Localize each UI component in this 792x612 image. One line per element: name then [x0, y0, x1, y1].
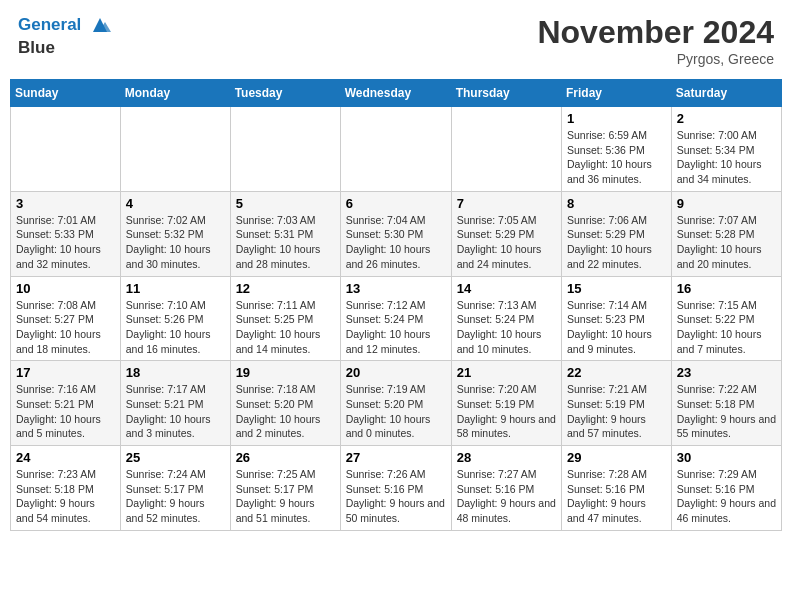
calendar-cell: 20Sunrise: 7:19 AM Sunset: 5:20 PM Dayli… [340, 361, 451, 446]
title-block: November 2024 Pyrgos, Greece [537, 14, 774, 67]
logo-icon [89, 14, 111, 36]
day-number: 2 [677, 111, 776, 126]
day-info: Sunrise: 7:00 AM Sunset: 5:34 PM Dayligh… [677, 128, 776, 187]
calendar-cell: 12Sunrise: 7:11 AM Sunset: 5:25 PM Dayli… [230, 276, 340, 361]
day-info: Sunrise: 7:06 AM Sunset: 5:29 PM Dayligh… [567, 213, 666, 272]
weekday-saturday: Saturday [671, 80, 781, 107]
day-number: 24 [16, 450, 115, 465]
weekday-friday: Friday [562, 80, 672, 107]
calendar-cell: 2Sunrise: 7:00 AM Sunset: 5:34 PM Daylig… [671, 107, 781, 192]
day-info: Sunrise: 7:21 AM Sunset: 5:19 PM Dayligh… [567, 382, 666, 441]
day-number: 6 [346, 196, 446, 211]
day-number: 9 [677, 196, 776, 211]
week-row-1: 1Sunrise: 6:59 AM Sunset: 5:36 PM Daylig… [11, 107, 782, 192]
day-info: Sunrise: 7:22 AM Sunset: 5:18 PM Dayligh… [677, 382, 776, 441]
day-info: Sunrise: 7:24 AM Sunset: 5:17 PM Dayligh… [126, 467, 225, 526]
day-info: Sunrise: 7:29 AM Sunset: 5:16 PM Dayligh… [677, 467, 776, 526]
weekday-sunday: Sunday [11, 80, 121, 107]
day-number: 28 [457, 450, 556, 465]
day-number: 25 [126, 450, 225, 465]
day-info: Sunrise: 7:19 AM Sunset: 5:20 PM Dayligh… [346, 382, 446, 441]
day-number: 1 [567, 111, 666, 126]
day-number: 16 [677, 281, 776, 296]
calendar-cell: 29Sunrise: 7:28 AM Sunset: 5:16 PM Dayli… [562, 446, 672, 531]
day-number: 11 [126, 281, 225, 296]
week-row-4: 17Sunrise: 7:16 AM Sunset: 5:21 PM Dayli… [11, 361, 782, 446]
week-row-3: 10Sunrise: 7:08 AM Sunset: 5:27 PM Dayli… [11, 276, 782, 361]
weekday-wednesday: Wednesday [340, 80, 451, 107]
calendar-cell: 27Sunrise: 7:26 AM Sunset: 5:16 PM Dayli… [340, 446, 451, 531]
day-number: 13 [346, 281, 446, 296]
calendar-cell: 7Sunrise: 7:05 AM Sunset: 5:29 PM Daylig… [451, 191, 561, 276]
day-info: Sunrise: 7:15 AM Sunset: 5:22 PM Dayligh… [677, 298, 776, 357]
day-info: Sunrise: 7:08 AM Sunset: 5:27 PM Dayligh… [16, 298, 115, 357]
page-header: General Blue November 2024 Pyrgos, Greec… [10, 10, 782, 71]
calendar-cell: 25Sunrise: 7:24 AM Sunset: 5:17 PM Dayli… [120, 446, 230, 531]
day-number: 19 [236, 365, 335, 380]
week-row-2: 3Sunrise: 7:01 AM Sunset: 5:33 PM Daylig… [11, 191, 782, 276]
calendar-cell: 17Sunrise: 7:16 AM Sunset: 5:21 PM Dayli… [11, 361, 121, 446]
day-number: 12 [236, 281, 335, 296]
calendar-cell: 3Sunrise: 7:01 AM Sunset: 5:33 PM Daylig… [11, 191, 121, 276]
calendar-cell: 22Sunrise: 7:21 AM Sunset: 5:19 PM Dayli… [562, 361, 672, 446]
day-info: Sunrise: 7:25 AM Sunset: 5:17 PM Dayligh… [236, 467, 335, 526]
day-info: Sunrise: 7:20 AM Sunset: 5:19 PM Dayligh… [457, 382, 556, 441]
day-number: 30 [677, 450, 776, 465]
location: Pyrgos, Greece [537, 51, 774, 67]
day-info: Sunrise: 7:14 AM Sunset: 5:23 PM Dayligh… [567, 298, 666, 357]
weekday-thursday: Thursday [451, 80, 561, 107]
day-info: Sunrise: 7:26 AM Sunset: 5:16 PM Dayligh… [346, 467, 446, 526]
day-number: 23 [677, 365, 776, 380]
day-number: 7 [457, 196, 556, 211]
day-info: Sunrise: 7:01 AM Sunset: 5:33 PM Dayligh… [16, 213, 115, 272]
day-info: Sunrise: 7:23 AM Sunset: 5:18 PM Dayligh… [16, 467, 115, 526]
day-number: 15 [567, 281, 666, 296]
day-info: Sunrise: 7:05 AM Sunset: 5:29 PM Dayligh… [457, 213, 556, 272]
logo: General Blue [18, 14, 111, 58]
calendar-cell: 18Sunrise: 7:17 AM Sunset: 5:21 PM Dayli… [120, 361, 230, 446]
day-number: 20 [346, 365, 446, 380]
calendar-cell [11, 107, 121, 192]
calendar-cell: 19Sunrise: 7:18 AM Sunset: 5:20 PM Dayli… [230, 361, 340, 446]
calendar-cell: 24Sunrise: 7:23 AM Sunset: 5:18 PM Dayli… [11, 446, 121, 531]
calendar-cell: 4Sunrise: 7:02 AM Sunset: 5:32 PM Daylig… [120, 191, 230, 276]
day-number: 8 [567, 196, 666, 211]
month-title: November 2024 [537, 14, 774, 51]
day-number: 14 [457, 281, 556, 296]
day-number: 3 [16, 196, 115, 211]
calendar-cell: 26Sunrise: 7:25 AM Sunset: 5:17 PM Dayli… [230, 446, 340, 531]
calendar-cell: 6Sunrise: 7:04 AM Sunset: 5:30 PM Daylig… [340, 191, 451, 276]
week-row-5: 24Sunrise: 7:23 AM Sunset: 5:18 PM Dayli… [11, 446, 782, 531]
weekday-monday: Monday [120, 80, 230, 107]
calendar-cell: 21Sunrise: 7:20 AM Sunset: 5:19 PM Dayli… [451, 361, 561, 446]
day-info: Sunrise: 7:16 AM Sunset: 5:21 PM Dayligh… [16, 382, 115, 441]
calendar-cell [120, 107, 230, 192]
day-number: 27 [346, 450, 446, 465]
day-info: Sunrise: 7:03 AM Sunset: 5:31 PM Dayligh… [236, 213, 335, 272]
day-info: Sunrise: 7:27 AM Sunset: 5:16 PM Dayligh… [457, 467, 556, 526]
day-info: Sunrise: 7:17 AM Sunset: 5:21 PM Dayligh… [126, 382, 225, 441]
calendar-cell: 16Sunrise: 7:15 AM Sunset: 5:22 PM Dayli… [671, 276, 781, 361]
day-number: 18 [126, 365, 225, 380]
calendar-cell: 15Sunrise: 7:14 AM Sunset: 5:23 PM Dayli… [562, 276, 672, 361]
day-number: 5 [236, 196, 335, 211]
calendar-cell [451, 107, 561, 192]
calendar-cell: 5Sunrise: 7:03 AM Sunset: 5:31 PM Daylig… [230, 191, 340, 276]
calendar-cell [230, 107, 340, 192]
calendar-cell: 14Sunrise: 7:13 AM Sunset: 5:24 PM Dayli… [451, 276, 561, 361]
day-info: Sunrise: 7:11 AM Sunset: 5:25 PM Dayligh… [236, 298, 335, 357]
calendar-cell: 8Sunrise: 7:06 AM Sunset: 5:29 PM Daylig… [562, 191, 672, 276]
calendar-cell: 10Sunrise: 7:08 AM Sunset: 5:27 PM Dayli… [11, 276, 121, 361]
calendar-cell: 28Sunrise: 7:27 AM Sunset: 5:16 PM Dayli… [451, 446, 561, 531]
day-info: Sunrise: 7:04 AM Sunset: 5:30 PM Dayligh… [346, 213, 446, 272]
calendar-cell: 13Sunrise: 7:12 AM Sunset: 5:24 PM Dayli… [340, 276, 451, 361]
day-number: 4 [126, 196, 225, 211]
day-number: 10 [16, 281, 115, 296]
day-info: Sunrise: 7:18 AM Sunset: 5:20 PM Dayligh… [236, 382, 335, 441]
calendar-cell: 9Sunrise: 7:07 AM Sunset: 5:28 PM Daylig… [671, 191, 781, 276]
calendar-cell: 11Sunrise: 7:10 AM Sunset: 5:26 PM Dayli… [120, 276, 230, 361]
calendar-cell: 1Sunrise: 6:59 AM Sunset: 5:36 PM Daylig… [562, 107, 672, 192]
logo-blue: Blue [18, 38, 111, 58]
day-info: Sunrise: 7:13 AM Sunset: 5:24 PM Dayligh… [457, 298, 556, 357]
day-info: Sunrise: 7:07 AM Sunset: 5:28 PM Dayligh… [677, 213, 776, 272]
